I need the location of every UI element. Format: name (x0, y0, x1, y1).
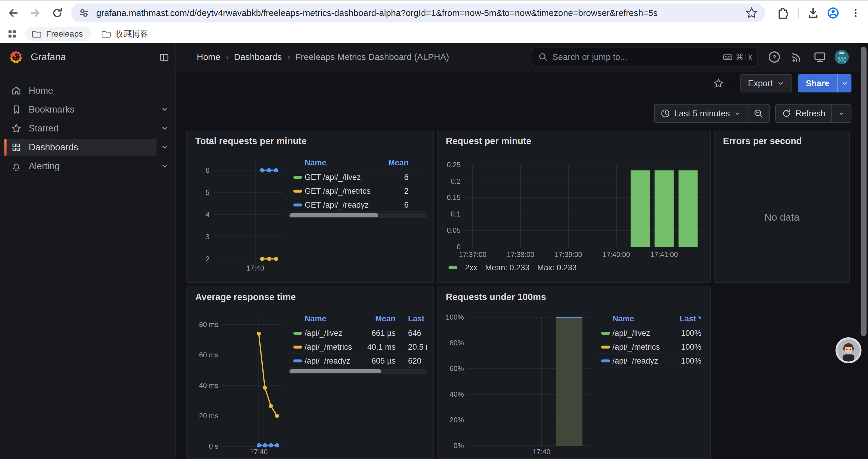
grafana-brand[interactable]: Grafana (9, 50, 66, 64)
bar[interactable] (655, 170, 674, 247)
legend-table-row[interactable]: GET /api/_/readyz6 (288, 198, 427, 211)
legend-hscrollbar[interactable] (288, 369, 427, 374)
data-point[interactable] (275, 444, 279, 448)
data-point[interactable] (263, 444, 267, 448)
area-fill[interactable] (556, 317, 582, 446)
panel-errors-per-second[interactable]: Errors per secondNo data (714, 131, 850, 283)
share-dropdown-button[interactable] (837, 74, 851, 93)
grafana-brand-name: Grafana (31, 52, 66, 63)
folder-icon (31, 29, 41, 39)
display-button[interactable] (812, 50, 827, 64)
column-header[interactable]: Last * (408, 312, 427, 326)
data-point[interactable] (269, 404, 273, 408)
url-text[interactable]: grafana.mathmast.com/d/deytv4rwavabkb/fr… (96, 8, 745, 18)
apps-button[interactable] (6, 28, 18, 40)
favorite-dashboard-button[interactable] (711, 76, 725, 90)
share-button[interactable]: Share (798, 74, 837, 93)
refresh-interval-dropdown[interactable] (831, 104, 851, 122)
sidebar-item-alerting[interactable]: Alerting (4, 158, 157, 175)
bar[interactable] (631, 170, 650, 247)
zoom-out-time-button[interactable] (747, 104, 769, 122)
legend-hscrollbar[interactable] (288, 213, 427, 218)
rss-icon (790, 51, 803, 63)
keyboard-icon (723, 52, 733, 62)
downloads-button[interactable] (806, 6, 820, 20)
data-point[interactable] (267, 257, 271, 261)
bookmark-star-icon[interactable] (745, 6, 758, 20)
series-line[interactable] (259, 334, 277, 416)
data-point[interactable] (263, 386, 267, 390)
browser-reload-button[interactable] (50, 6, 64, 20)
chevron-down-icon (777, 79, 784, 87)
page-scrollbar[interactable] (859, 43, 868, 459)
panel-total-requests-per-minute[interactable]: Total requests per minute6543217:40NameM… (186, 131, 434, 283)
extensions-button[interactable] (775, 6, 789, 20)
legend-hscrollbar-thumb[interactable] (289, 213, 378, 218)
legend-table-row[interactable]: GET /api/_/metrics2 (288, 184, 427, 198)
data-point[interactable] (267, 168, 271, 172)
column-header[interactable]: Mean (288, 156, 409, 170)
sidebar-item-dashboards[interactable]: Dashboards (4, 139, 157, 156)
site-settings-icon[interactable] (78, 7, 90, 19)
dock-menu-button[interactable] (158, 51, 171, 64)
data-point[interactable] (274, 168, 278, 172)
data-point[interactable] (257, 444, 261, 448)
chevron-down-icon[interactable] (160, 162, 169, 170)
refresh-button[interactable]: Refresh (776, 104, 831, 122)
chevron-down-icon[interactable] (160, 105, 169, 114)
breadcrumb-item[interactable]: Home (197, 52, 220, 62)
breadcrumb-item[interactable]: Dashboards (234, 52, 282, 62)
sidebar-item-starred[interactable]: Starred (4, 120, 157, 137)
bookmark-folder[interactable]: Freeleaps (25, 27, 91, 41)
legend-table-row[interactable]: /api/_/metrics100% (596, 340, 703, 354)
time-range-picker[interactable]: Last 5 minutes (655, 104, 747, 122)
chevron-down-icon (734, 110, 741, 117)
series-value: 2 (288, 184, 409, 198)
legend-table-row[interactable]: GET /api/_/livez6 (288, 170, 427, 184)
panel-average-response-time[interactable]: Average response time80 ms60 ms40 ms20 m… (186, 287, 434, 459)
column-header[interactable]: Mean (288, 312, 396, 326)
sidebar-item-bookmarks[interactable]: Bookmarks (4, 101, 157, 118)
column-header[interactable]: Last * (596, 312, 701, 326)
legend-table-row[interactable]: /api/_/readyz605 µs620 (288, 354, 427, 367)
legend-series-label[interactable]: 2xx (465, 263, 477, 272)
legend-table-row[interactable]: /api/_/metrics40.1 ms20.5 ms (288, 340, 427, 354)
legend-table-row[interactable]: /api/_/livez100% (596, 326, 703, 340)
chevron-down-icon[interactable] (160, 124, 169, 133)
data-point[interactable] (275, 414, 279, 418)
browser-back-button[interactable] (6, 6, 20, 20)
x-tick-label: 17:39:00 (555, 251, 582, 258)
legend-table-row[interactable]: /api/_/readyz100% (596, 354, 703, 367)
data-point[interactable] (260, 257, 265, 261)
floating-assistant-avatar[interactable] (836, 337, 862, 363)
dashboard-toolbar: Export Share (177, 72, 859, 95)
help-button[interactable]: ? (767, 50, 782, 64)
chevron-down-icon[interactable] (160, 143, 169, 152)
panel-requests-under-100ms[interactable]: Requests under 100ms100%80%60%40%20%0%17… (437, 287, 711, 459)
export-button[interactable]: Export (740, 74, 793, 93)
bar[interactable] (679, 170, 698, 247)
data-point[interactable] (260, 168, 265, 172)
grafana-logo-icon (9, 50, 23, 64)
x-tick-label: 17:38:00 (507, 251, 534, 258)
y-tick-label: 40% (450, 390, 464, 398)
y-tick-label: 60% (450, 364, 464, 372)
search-input[interactable]: Search or jump to... ⌘+k (532, 47, 758, 66)
legend-table-row[interactable]: /api/_/livez661 µs646 (288, 326, 427, 340)
news-button[interactable] (789, 50, 804, 64)
bookmark-folder[interactable]: 收藏博客 (95, 27, 156, 41)
url-bar[interactable]: grafana.mathmast.com/d/deytv4rwavabkb/fr… (71, 4, 765, 23)
refresh-group: Refresh (775, 104, 851, 123)
browser-menu-button[interactable] (848, 6, 863, 20)
profile-button[interactable] (826, 6, 840, 20)
scrollbar-thumb[interactable] (861, 47, 867, 336)
legend-hscrollbar-thumb[interactable] (289, 369, 381, 373)
data-point[interactable] (269, 444, 273, 448)
user-avatar[interactable] (834, 50, 849, 64)
browser-forward-button[interactable] (28, 6, 42, 20)
panel-title[interactable]: Errors per second (723, 136, 802, 146)
panel-request-per-minute[interactable]: Request per minute0.250.20.150.10.05017:… (437, 131, 711, 283)
data-point[interactable] (274, 257, 278, 261)
data-point[interactable] (257, 332, 261, 336)
sidebar-item-home[interactable]: Home (4, 82, 157, 99)
